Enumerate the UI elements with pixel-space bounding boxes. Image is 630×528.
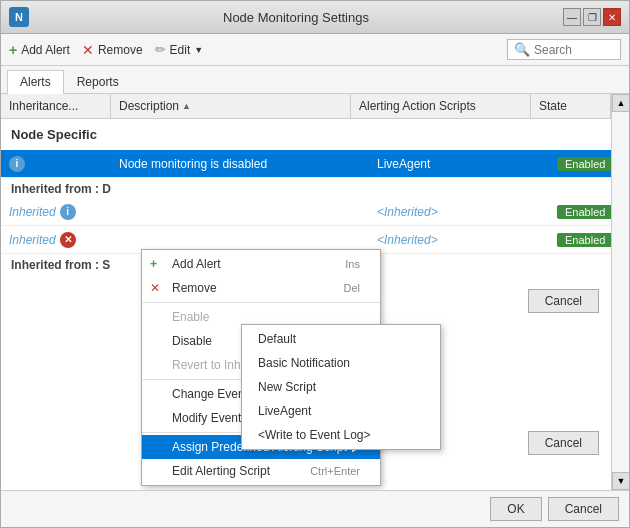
cancel-button-area-2: Cancel: [528, 431, 599, 455]
edit-button[interactable]: ✏ Edit ▼: [155, 42, 204, 57]
state-badge-2: Enabled: [557, 205, 613, 219]
remove-icon: ✕: [82, 42, 94, 58]
inherited-section-1: Inherited from : D: [1, 178, 629, 198]
menu-item-remove[interactable]: ✕ Remove Del: [142, 276, 380, 300]
row-description-3: [111, 236, 369, 244]
row-inheritance-1: i: [1, 152, 111, 176]
cancel-button-2[interactable]: Cancel: [528, 431, 599, 455]
row-alerting-3: <Inherited>: [369, 229, 549, 251]
tab-alerts[interactable]: Alerts: [7, 70, 64, 94]
submenu-item-default[interactable]: Default: [242, 327, 440, 351]
search-area: 🔍: [507, 39, 621, 60]
add-icon: +: [9, 42, 17, 58]
table-row[interactable]: Inherited i <Inherited> Enabled: [1, 198, 629, 226]
remove-label: Remove: [98, 43, 143, 57]
window-title: Node Monitoring Settings: [29, 10, 563, 25]
sort-arrow-icon: ▲: [182, 101, 191, 111]
state-badge-3: Enabled: [557, 233, 613, 247]
cancel-main-button[interactable]: Cancel: [548, 497, 619, 521]
shortcut-add: Ins: [345, 258, 360, 270]
menu-item-add-alert[interactable]: + Add Alert Ins: [142, 252, 380, 276]
col-header-description[interactable]: Description ▲: [111, 94, 351, 118]
bottom-bar: OK Cancel: [1, 490, 629, 527]
row-inheritance-2: Inherited i: [1, 200, 111, 224]
ok-button[interactable]: OK: [490, 497, 541, 521]
toolbar: + Add Alert ✕ Remove ✏ Edit ▼ 🔍: [1, 34, 629, 66]
content-area: Inheritance... Description ▲ Alerting Ac…: [1, 94, 629, 490]
scroll-track[interactable]: [612, 112, 629, 472]
window-controls: — ❐ ✕: [563, 8, 621, 26]
menu-add-icon: +: [150, 257, 157, 271]
tabs-bar: Alerts Reports: [1, 66, 629, 94]
info-icon: i: [9, 156, 25, 172]
menu-remove-icon: ✕: [150, 281, 160, 295]
title-bar: N Node Monitoring Settings — ❐ ✕: [1, 1, 629, 34]
submenu-item-basic-notif[interactable]: Basic Notification: [242, 351, 440, 375]
edit-label: Edit: [170, 43, 191, 57]
scroll-up-button[interactable]: ▲: [612, 94, 629, 112]
submenu: Default Basic Notification New Script Li…: [241, 324, 441, 450]
add-alert-button[interactable]: + Add Alert: [9, 42, 70, 58]
main-window: N Node Monitoring Settings — ❐ ✕ + Add A…: [0, 0, 630, 528]
menu-item-edit-script[interactable]: Edit Alerting Script Ctrl+Enter: [142, 459, 380, 483]
scrollbar[interactable]: ▲ ▼: [611, 94, 629, 490]
cancel-button-area-1: Cancel: [528, 289, 599, 313]
search-input[interactable]: [534, 43, 614, 57]
shortcut-remove: Del: [343, 282, 360, 294]
node-specific-header: Node Specific: [1, 119, 629, 150]
menu-divider-1: [142, 302, 380, 303]
submenu-item-liveagent[interactable]: LiveAgent: [242, 399, 440, 423]
row-description-1: Node monitoring is disabled: [111, 153, 369, 175]
minimize-button[interactable]: —: [563, 8, 581, 26]
close-button[interactable]: ✕: [603, 8, 621, 26]
row-alerting-2: <Inherited>: [369, 201, 549, 223]
search-icon: 🔍: [514, 42, 530, 57]
cancel-button-1[interactable]: Cancel: [528, 289, 599, 313]
row-inheritance-3: Inherited ✕: [1, 228, 111, 252]
app-icon: N: [9, 7, 29, 27]
restore-button[interactable]: ❐: [583, 8, 601, 26]
row-alerting-1: LiveAgent: [369, 153, 549, 175]
col-header-inheritance[interactable]: Inheritance...: [1, 94, 111, 118]
col-header-state[interactable]: State: [531, 94, 611, 118]
edit-dropdown-icon: ▼: [194, 45, 203, 55]
info-icon: i: [60, 204, 76, 220]
col-header-alerting[interactable]: Alerting Action Scripts: [351, 94, 531, 118]
scroll-down-button[interactable]: ▼: [612, 472, 629, 490]
remove-circle-icon: ✕: [60, 232, 76, 248]
submenu-item-write-event[interactable]: <Write to Event Log>: [242, 423, 440, 447]
submenu-item-new-script[interactable]: New Script: [242, 375, 440, 399]
table-row[interactable]: i Node monitoring is disabled LiveAgent …: [1, 150, 629, 178]
edit-icon: ✏: [155, 42, 166, 57]
table-header: Inheritance... Description ▲ Alerting Ac…: [1, 94, 629, 119]
row-description-2: [111, 208, 369, 216]
add-alert-label: Add Alert: [21, 43, 70, 57]
tab-reports[interactable]: Reports: [64, 70, 132, 93]
remove-button[interactable]: ✕ Remove: [82, 42, 143, 58]
state-badge-1: Enabled: [557, 157, 613, 171]
shortcut-edit-script: Ctrl+Enter: [310, 465, 360, 477]
